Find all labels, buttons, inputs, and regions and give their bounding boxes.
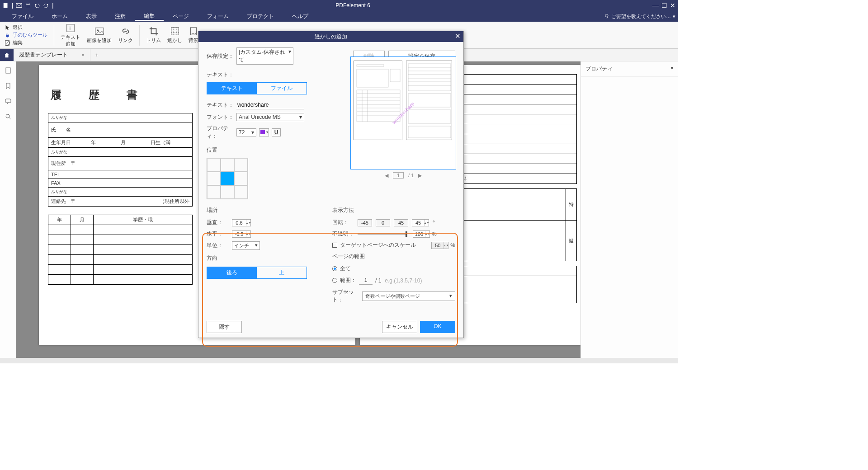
save-preset-select[interactable]: [カスタム-保存されて▾ [236, 47, 293, 65]
left-sidebar [0, 61, 16, 358]
menu-help[interactable]: ヘルプ [283, 13, 317, 20]
opacity-slider[interactable] [358, 234, 407, 235]
thumbnails-icon[interactable] [5, 67, 12, 74]
trim-button[interactable]: トリム [146, 26, 161, 44]
doc-tab-1[interactable]: 履歴書テンプレート × [14, 49, 90, 61]
text-file-segment: テキスト ファイル [207, 82, 307, 94]
scale-spinner: 50▲▼ [431, 242, 448, 249]
angle-n45[interactable]: -45 [358, 219, 372, 226]
tab-label: 履歴書テンプレート [19, 51, 68, 59]
font-size-select[interactable]: 72▾ [236, 128, 256, 136]
prev-page-icon[interactable]: ◀ [385, 173, 388, 179]
comment-icon[interactable] [5, 98, 12, 105]
statusbar [0, 358, 678, 363]
range-range-radio[interactable] [332, 278, 337, 283]
bulb-icon [604, 14, 609, 19]
angle-0[interactable]: 0 [376, 219, 390, 226]
chevron-down-icon: ▾ [255, 242, 258, 249]
cancel-button[interactable]: キャンセル [382, 321, 417, 333]
properties-close-icon[interactable]: × [670, 65, 674, 73]
add-image-button[interactable]: 画像を追加 [87, 26, 112, 44]
app-icon [3, 2, 9, 9]
svg-rect-19 [357, 90, 400, 122]
segment-text[interactable]: テキスト [207, 83, 257, 94]
menu-home[interactable]: ホーム [42, 13, 77, 20]
watermark-button[interactable]: 透かし [167, 26, 182, 44]
watermark-text-input[interactable] [236, 101, 304, 109]
color-swatch[interactable]: ▾ [259, 128, 269, 136]
select-tool[interactable]: 選択 [5, 24, 47, 31]
opacity-spinner[interactable]: 100▲▼ [413, 230, 430, 238]
scale-checkbox[interactable] [332, 243, 337, 248]
image-icon [94, 26, 104, 36]
dialog-close-icon[interactable]: ✕ [455, 32, 461, 40]
segment-file[interactable]: ファイル [257, 83, 307, 94]
svg-rect-18 [390, 69, 400, 82]
watermark-dialog: 透かしの追加 ✕ 保存設定： [カスタム-保存されて▾ 削除 設定を保存 テキス… [198, 31, 464, 338]
next-page-icon[interactable]: ▶ [418, 173, 422, 179]
ok-button[interactable]: OK [420, 321, 455, 333]
chevron-down-icon: ▾ [266, 130, 268, 134]
search-icon[interactable] [5, 113, 12, 120]
position-center[interactable] [221, 172, 234, 185]
preview-pager: ◀ 1 / 1 ▶ [350, 172, 456, 179]
subset-select[interactable]: 奇数ページや偶数ページ▾ [362, 291, 455, 301]
menu-file[interactable]: ファイル [3, 13, 42, 20]
spinner-arrows-icon[interactable]: ▲▼ [246, 220, 250, 226]
page-range-title: ページの範囲 [332, 253, 455, 260]
hide-button[interactable]: 隠す [207, 321, 242, 333]
text-box-icon: T [66, 23, 75, 33]
direction-back[interactable]: 後ろ [207, 267, 257, 278]
angle-45[interactable]: 45 [394, 219, 408, 226]
maximize-button[interactable]: ☐ [661, 2, 667, 9]
preview-box: wondershare [350, 56, 456, 169]
feedback-link[interactable]: ご要望を教えてください… ▾ [604, 13, 675, 20]
menu-protect[interactable]: プロテクト [238, 13, 283, 20]
unit-select[interactable]: インチ▾ [232, 241, 260, 250]
properties-panel: プロパティ × [580, 61, 678, 358]
tab-close-icon[interactable]: × [81, 52, 85, 58]
hand-tool[interactable]: 手のひらツール [5, 32, 47, 38]
svg-rect-14 [5, 99, 11, 103]
background-button[interactable]: 背景 [189, 26, 198, 44]
spinner-arrows-icon[interactable]: ▲▼ [425, 231, 429, 237]
link-button[interactable]: リンク [118, 26, 133, 44]
direction-front[interactable]: 上 [257, 267, 307, 278]
titlebar-quick-icons: | | [3, 2, 53, 9]
menu-form[interactable]: フォーム [198, 13, 238, 20]
minimize-button[interactable]: — [652, 2, 659, 9]
underline-toggle[interactable]: U [272, 128, 281, 136]
properties-title: プロパティ [585, 65, 613, 73]
mail-icon[interactable] [16, 2, 22, 9]
spinner-arrows-icon[interactable]: ▲▼ [424, 220, 429, 226]
menu-page[interactable]: ページ [164, 13, 198, 20]
vertical-spinner[interactable]: 0.6▲▼ [232, 219, 251, 226]
undo-icon[interactable] [34, 2, 40, 9]
svg-point-15 [6, 114, 9, 118]
menu-view[interactable]: 表示 [77, 13, 106, 20]
bookmark-icon[interactable] [5, 82, 12, 89]
menu-comment[interactable]: 注釈 [106, 13, 135, 20]
menu-edit[interactable]: 編集 [135, 12, 164, 21]
slider-thumb[interactable] [406, 231, 407, 237]
range-all-radio[interactable] [332, 266, 337, 271]
svg-point-4 [605, 14, 608, 17]
home-tab[interactable] [0, 49, 14, 61]
edit-tool[interactable]: 編集 [5, 39, 47, 46]
print-icon[interactable] [25, 2, 31, 9]
preview-page-2 [406, 61, 452, 140]
range-from-input[interactable] [359, 276, 373, 285]
titlebar: | | PDFelement 6 — ☐ ✕ [0, 0, 678, 11]
angle-spinner[interactable]: 45▲▼ [412, 219, 429, 226]
spinner-arrows-icon[interactable]: ▲▼ [246, 231, 250, 237]
current-page[interactable]: 1 [393, 172, 404, 179]
close-button[interactable]: ✕ [670, 2, 675, 9]
add-tab-button[interactable]: + [90, 49, 103, 61]
bg-icon [189, 26, 198, 36]
horizontal-spinner[interactable]: -0.5▲▼ [232, 230, 251, 238]
redo-dropdown-icon[interactable] [43, 2, 49, 9]
preview-page-1 [354, 61, 402, 140]
position-grid[interactable] [207, 158, 248, 199]
font-select[interactable]: Arial Unicode MS▾ [236, 113, 304, 121]
add-text-button[interactable]: Tテキスト 追加 [61, 23, 80, 47]
